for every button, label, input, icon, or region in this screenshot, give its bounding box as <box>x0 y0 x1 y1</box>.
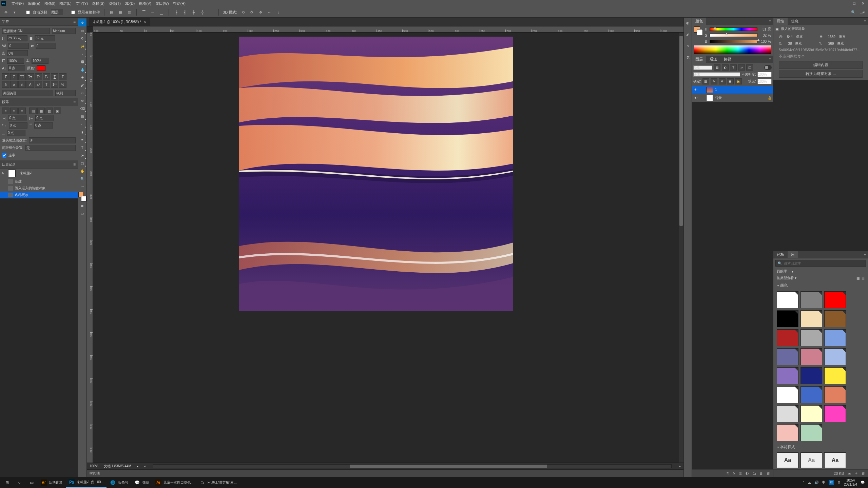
layer-name[interactable]: 背景 <box>715 96 722 100</box>
add-to-library-icon[interactable]: ＋ <box>854 471 858 476</box>
hue-value[interactable]: 31 <box>759 27 766 31</box>
library-swatch[interactable] <box>777 310 798 327</box>
tray-sound-icon[interactable]: 🔊 <box>814 481 818 484</box>
text-color-swatch[interactable] <box>37 65 45 71</box>
faux-italic-button[interactable]: T <box>10 73 18 80</box>
taskbar-item[interactable]: ○ <box>14 477 25 488</box>
mojikumi-select[interactable]: 无 <box>25 145 76 151</box>
close-tab-icon[interactable]: ✕ <box>144 20 147 24</box>
justify-center-button[interactable]: ▦ <box>37 108 45 114</box>
lasso-tool[interactable]: ⚲ <box>78 35 86 42</box>
library-swatch[interactable] <box>824 310 846 327</box>
layer-row[interactable]: 👁 背景 🔒 <box>692 94 773 102</box>
doc-size[interactable]: 文档:1.83M/5.44M <box>104 464 131 469</box>
eyedropper-tool[interactable]: 💧 <box>78 66 86 73</box>
lib-charstyles-label[interactable]: 字符样式 <box>773 443 868 451</box>
layer-fx-icon[interactable]: fx <box>733 471 735 475</box>
document-tab[interactable]: 未标题-1 @ 100% (1, RGB/8#) * ✕ <box>89 18 150 26</box>
distribute-h-icon[interactable]: ┣ <box>173 9 179 15</box>
notifications-icon[interactable]: 💬 <box>861 481 865 484</box>
panel-menu-icon[interactable]: ≡ <box>73 19 76 24</box>
ime-mode[interactable]: 英 <box>829 480 834 485</box>
scrollbar-horizontal[interactable] <box>153 464 672 468</box>
info-tab[interactable]: 信息 <box>788 18 802 25</box>
auto-select-dropdown[interactable]: 图层 <box>51 9 63 15</box>
kerning-input[interactable] <box>8 43 29 49</box>
strikethrough-button[interactable]: T <box>59 73 66 80</box>
status-chevron-icon[interactable]: ▸ <box>137 464 138 468</box>
library-swatch[interactable] <box>777 424 798 441</box>
magic-wand-tool[interactable]: ✨ <box>78 42 86 50</box>
rect-marquee-tool[interactable]: ▭ <box>78 27 86 34</box>
lib-colors-label[interactable]: 颜色 <box>773 281 868 289</box>
library-swatch[interactable] <box>824 348 846 365</box>
clone-stamp-tool[interactable]: ⏍ <box>78 89 86 97</box>
library-swatch[interactable] <box>777 348 798 365</box>
font-weight-select[interactable]: Medium <box>52 28 76 34</box>
history-step[interactable]: 置入嵌入的智能对象 <box>0 185 78 192</box>
brush-presets-icon[interactable]: 🖌 <box>685 31 691 37</box>
baseline-shift-input[interactable] <box>8 65 25 71</box>
blend-mode-select[interactable]: 正常 <box>693 72 740 77</box>
library-swatch[interactable] <box>801 386 822 403</box>
maximize-button[interactable]: □ <box>853 1 855 6</box>
library-swatch[interactable] <box>801 348 822 365</box>
taskbar-item[interactable]: Ai儿童一次性口罩包... <box>153 477 196 488</box>
space-before-input[interactable] <box>34 122 53 129</box>
first-line-input[interactable] <box>9 122 27 129</box>
lock-position-icon[interactable]: ✥ <box>719 78 726 84</box>
show-transform-checkbox[interactable] <box>71 11 75 14</box>
filter-shape-icon[interactable]: ▱ <box>738 64 745 71</box>
justify-left-button[interactable]: ▤ <box>29 108 37 114</box>
link-layers-icon[interactable]: ⟲ <box>726 471 729 475</box>
brush-tool[interactable]: 🖌 <box>78 81 86 89</box>
tracking-input[interactable] <box>36 43 56 49</box>
ime-lang[interactable]: 中 <box>822 480 825 485</box>
library-swatch[interactable] <box>801 329 822 346</box>
layer-thumbnail[interactable] <box>706 95 713 101</box>
subscript-button[interactable]: T₁ <box>43 73 50 80</box>
lock-pixels-icon[interactable]: ✎ <box>711 78 717 84</box>
menu-item[interactable]: 窗口(W) <box>153 1 171 6</box>
layer-mask-icon[interactable]: ◫ <box>739 471 742 475</box>
char-style-item[interactable]: Aa <box>824 452 846 468</box>
library-swatch[interactable] <box>777 405 798 422</box>
screen-mode-button[interactable]: ▭ <box>78 210 86 217</box>
indent-left-input[interactable] <box>8 115 27 121</box>
library-search-input[interactable] <box>784 261 864 265</box>
hscale-input[interactable] <box>32 58 49 64</box>
language-select[interactable]: 美国英语 <box>2 90 53 96</box>
library-swatch[interactable] <box>824 291 846 308</box>
panel-menu-icon[interactable]: ≡ <box>864 253 868 256</box>
quick-mask-button[interactable]: ◙ <box>78 202 86 209</box>
brush-settings-icon[interactable]: ✎ <box>685 43 691 49</box>
layer-name[interactable]: 1 <box>715 88 717 92</box>
paths-tab[interactable]: 路径 <box>720 56 735 63</box>
background-color[interactable] <box>697 29 703 35</box>
align-bottom-icon[interactable]: ▁ <box>158 9 165 15</box>
type-tool[interactable]: T <box>78 144 86 151</box>
leading-input[interactable] <box>35 35 55 41</box>
visibility-icon[interactable]: 👁 <box>693 88 698 92</box>
tsume-input[interactable] <box>7 50 28 56</box>
blur-tool[interactable]: ○ <box>78 120 86 128</box>
font-size-input[interactable] <box>7 35 27 41</box>
paragraph-panel-header[interactable]: 段落 ≡ <box>0 98 78 106</box>
library-swatch[interactable] <box>777 367 798 384</box>
align-center-button[interactable]: ≡ <box>10 108 18 114</box>
new-layer-icon[interactable]: 🗎 <box>759 471 763 475</box>
close-button[interactable]: ✕ <box>862 1 865 6</box>
properties-tab[interactable]: 属性 <box>773 18 788 25</box>
library-swatch[interactable] <box>824 405 846 422</box>
opentype-sigma-button[interactable]: σ <box>10 81 18 88</box>
color-spectrum[interactable] <box>694 45 771 54</box>
smallcaps-button[interactable]: Tᴛ <box>26 73 34 80</box>
scrollbar-vertical[interactable] <box>679 33 683 463</box>
antialias-select[interactable]: 锐利 <box>55 90 76 96</box>
justify-all-button[interactable]: ▣ <box>54 108 61 114</box>
foreground-background-colors[interactable] <box>78 192 86 201</box>
opacity-input[interactable] <box>757 72 772 77</box>
library-swatch[interactable] <box>801 291 822 308</box>
taskbar-item[interactable]: Br活动背景 <box>38 477 65 488</box>
prop-y[interactable]: -369 <box>827 42 834 45</box>
